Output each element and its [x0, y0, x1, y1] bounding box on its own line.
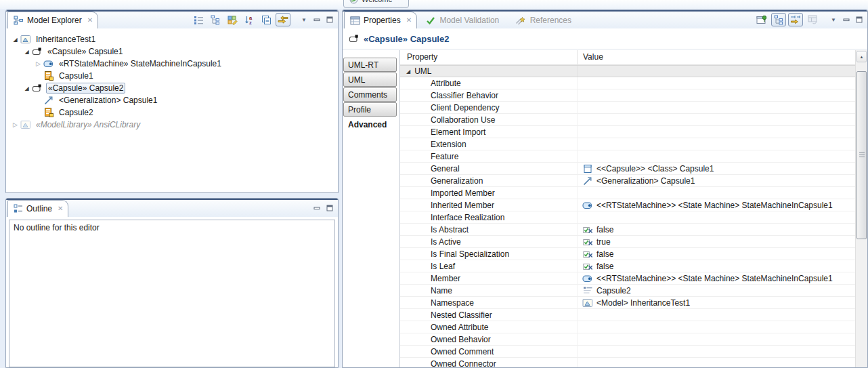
- tab-welcome[interactable]: Welcome: [343, 0, 409, 8]
- property-row[interactable]: Inherited Member<<RTStateMachine>> <Stat…: [400, 199, 855, 211]
- flat-mode-button[interactable]: [788, 13, 803, 26]
- tree-item[interactable]: ◢«Capsule» Capsule2: [6, 82, 338, 94]
- tree-item[interactable]: ▷«ModelLibrary» AnsiCLibrary: [6, 119, 338, 131]
- property-value: false: [596, 225, 613, 234]
- model-explorer-icon: [14, 16, 24, 25]
- property-name: Inherited Member: [431, 201, 494, 210]
- sort-alphabetically-button[interactable]: az: [242, 13, 257, 26]
- property-row[interactable]: Is Leaffalse: [400, 260, 855, 272]
- view-menu-button[interactable]: ▼: [299, 13, 309, 26]
- property-name-cell: General: [400, 163, 578, 174]
- tree-item[interactable]: <Generalization> Capsule1: [6, 94, 338, 106]
- side-tab-advanced[interactable]: Advanced: [343, 117, 397, 131]
- tab-outline[interactable]: Outline ✕: [7, 200, 68, 217]
- link-with-editor-button[interactable]: [276, 13, 290, 26]
- table-header: Property Value: [400, 50, 867, 65]
- expanded-arrow-icon[interactable]: ◢: [406, 68, 410, 75]
- expanded-arrow-icon[interactable]: ◢: [22, 85, 32, 91]
- property-value-cell[interactable]: false: [578, 225, 855, 234]
- tab-references[interactable]: References: [508, 12, 578, 29]
- close-icon[interactable]: ✕: [406, 17, 412, 24]
- property-row[interactable]: Attribute: [400, 77, 855, 89]
- tree-item[interactable]: ◢«Capsule» Capsule1: [6, 45, 338, 58]
- svg-text:z: z: [249, 20, 252, 25]
- maximize-button[interactable]: [324, 201, 335, 215]
- property-row[interactable]: Is Activetrue: [400, 236, 855, 248]
- property-row[interactable]: Owned Attribute: [400, 321, 855, 333]
- property-value-cell[interactable]: <Model> InheritanceTest1: [578, 298, 855, 308]
- property-row[interactable]: Nested Classifier: [400, 309, 855, 321]
- maximize-button[interactable]: [854, 13, 865, 26]
- property-group-row[interactable]: ◢UML: [400, 65, 855, 77]
- property-row[interactable]: General<<Capsule>> <Class> Capsule1: [400, 163, 855, 175]
- vertical-scrollbar[interactable]: ▲: [855, 50, 867, 367]
- property-value-cell[interactable]: false: [578, 262, 855, 271]
- property-row[interactable]: Member<<RTStateMachine>> <State Machine>…: [400, 272, 855, 285]
- tab-label: Model Validation: [439, 16, 499, 25]
- property-name: Interface Realization: [431, 213, 504, 222]
- property-name-cell: Collaboration Use: [400, 114, 578, 125]
- show-list-view-button[interactable]: [191, 13, 206, 26]
- customize-view-button[interactable]: [225, 13, 240, 26]
- property-row[interactable]: Namespace<Model> InheritanceTest1: [400, 297, 855, 309]
- minimize-button[interactable]: [311, 201, 322, 215]
- collapsed-arrow-icon[interactable]: ▷: [33, 60, 43, 67]
- tab-properties[interactable]: Properties ✕: [344, 12, 417, 28]
- close-icon[interactable]: ✕: [58, 205, 63, 212]
- property-name-cell: ◢UML: [400, 66, 578, 77]
- property-row[interactable]: Extension: [400, 138, 855, 150]
- property-value-cell[interactable]: true: [578, 237, 855, 247]
- property-row[interactable]: Owned Connector: [400, 358, 855, 367]
- property-name: Attribute: [431, 79, 461, 88]
- side-tab-comments[interactable]: Comments: [343, 87, 397, 102]
- collapsed-arrow-icon[interactable]: ▷: [10, 121, 20, 128]
- property-row[interactable]: Owned Comment: [400, 346, 855, 358]
- tree-mode-button[interactable]: [771, 13, 786, 26]
- property-row[interactable]: Element Import: [400, 126, 855, 138]
- view-menu-button[interactable]: ▼: [828, 13, 839, 26]
- property-row[interactable]: Generalization<Generalization> Capsule1: [400, 175, 855, 187]
- property-row[interactable]: NameCapsule2: [400, 285, 855, 297]
- side-tab-uml-rt[interactable]: UML-RT: [343, 58, 397, 72]
- minimize-button[interactable]: [841, 13, 852, 26]
- property-row[interactable]: Is Final Specializationfalse: [400, 248, 855, 260]
- expanded-arrow-icon[interactable]: ◢: [10, 37, 20, 43]
- scrollbar-thumb[interactable]: [856, 71, 867, 239]
- property-value-cell[interactable]: <Generalization> Capsule1: [578, 176, 855, 186]
- tab-model-validation[interactable]: Model Validation: [419, 12, 506, 29]
- close-icon[interactable]: ✕: [87, 17, 93, 24]
- property-value-cell[interactable]: false: [578, 249, 855, 259]
- tab-label: Model Explorer: [27, 16, 82, 25]
- pin-view-button[interactable]: [754, 13, 769, 26]
- expanded-arrow-icon[interactable]: ◢: [22, 49, 32, 55]
- property-row[interactable]: Interface Realization: [400, 211, 855, 224]
- side-tab-uml[interactable]: UML: [343, 73, 397, 87]
- property-row[interactable]: Classifier Behavior: [400, 89, 855, 102]
- minimize-button[interactable]: [311, 13, 322, 26]
- tree-item[interactable]: ▷«RTStateMachine» StateMachineInCapsule1: [6, 58, 338, 70]
- property-name: Owned Attribute: [431, 323, 488, 332]
- property-row[interactable]: Collaboration Use: [400, 114, 855, 126]
- property-row[interactable]: Imported Member: [400, 187, 855, 199]
- collapse-all-button[interactable]: [259, 13, 274, 26]
- tree-item[interactable]: ◢InheritanceTest1: [6, 33, 338, 45]
- maximize-button[interactable]: [324, 13, 335, 26]
- welcome-icon: [349, 0, 358, 4]
- property-row[interactable]: Feature: [400, 150, 855, 163]
- property-value-cell[interactable]: Capsule2: [578, 285, 855, 295]
- property-row[interactable]: Client Dependency: [400, 102, 855, 114]
- property-row[interactable]: Is Abstractfalse: [400, 224, 855, 236]
- property-value-cell[interactable]: <<RTStateMachine>> <State Machine> State…: [578, 200, 855, 211]
- tab-model-explorer[interactable]: Model Explorer ✕: [7, 12, 98, 28]
- property-value-cell[interactable]: <<RTStateMachine>> <State Machine> State…: [578, 273, 855, 284]
- tree-item[interactable]: Capsule1: [6, 70, 338, 82]
- editor-tab-strip: Welcome: [0, 0, 868, 9]
- scroll-up-button[interactable]: ▲: [856, 51, 867, 62]
- side-tab-profile[interactable]: Profile: [343, 102, 397, 117]
- table-view-button[interactable]: [805, 13, 820, 26]
- tree-item-label: Capsule2: [58, 108, 95, 117]
- show-tree-view-button[interactable]: [208, 13, 223, 26]
- tree-item[interactable]: Capsule2: [6, 106, 338, 119]
- property-value-cell[interactable]: <<Capsule>> <Class> Capsule1: [578, 163, 855, 174]
- property-row[interactable]: Owned Behavior: [400, 333, 855, 346]
